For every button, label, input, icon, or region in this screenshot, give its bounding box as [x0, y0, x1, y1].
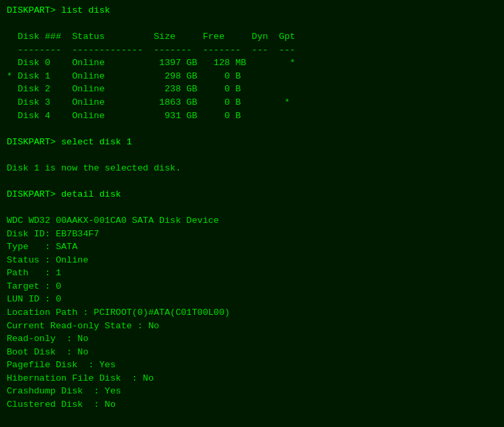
terminal-line: Disk 2 Online 238 GB 0 B	[7, 83, 497, 96]
terminal-line: Read-only : No	[7, 332, 497, 346]
terminal-line: Current Read-only State : No	[7, 320, 497, 333]
terminal-window[interactable]: DISKPART> list disk Disk ### Status Size…	[0, 0, 504, 427]
terminal-line	[7, 411, 497, 424]
terminal-line: Disk ID: EB7B34F7	[7, 228, 497, 241]
terminal-line: LUN ID : 0	[7, 293, 497, 306]
terminal-line: Disk 1 is now the selected disk.	[7, 162, 497, 175]
terminal-line: Status : Online	[7, 254, 497, 267]
terminal-line: Disk 4 Online 931 GB 0 B	[7, 109, 497, 123]
terminal-line: DISKPART> detail disk	[7, 188, 497, 201]
terminal-line: DISKPART> list disk	[7, 4, 497, 17]
terminal-output: DISKPART> list disk Disk ### Status Size…	[7, 4, 497, 427]
terminal-line: Disk 3 Online 1863 GB 0 B *	[7, 96, 497, 109]
terminal-line: Pagefile Disk : Yes	[7, 359, 497, 372]
terminal-line: Location Path : PCIROOT(0)#ATA(C01T00L00…	[7, 306, 497, 320]
terminal-line: DISKPART> select disk 1	[7, 136, 497, 149]
terminal-line	[7, 148, 497, 162]
terminal-line: * Disk 1 Online 298 GB 0 B	[7, 70, 497, 83]
terminal-line	[7, 201, 497, 214]
terminal-line: Path : 1	[7, 267, 497, 280]
terminal-line: Clustered Disk : No	[7, 398, 497, 412]
terminal-line: -------- ------------- ------- ------- -…	[7, 44, 497, 57]
terminal-line: Hibernation File Disk : No	[7, 372, 497, 385]
terminal-line: Crashdump Disk : Yes	[7, 385, 497, 398]
terminal-line: WDC WD32 00AAKX-001CA0 SATA Disk Device	[7, 214, 497, 228]
terminal-line: Boot Disk : No	[7, 346, 497, 359]
terminal-line: Target : 0	[7, 280, 497, 293]
terminal-line: Type : SATA	[7, 240, 497, 254]
terminal-line	[7, 175, 497, 188]
terminal-line: Disk ### Status Size Free Dyn Gpt	[7, 30, 497, 44]
terminal-line: Volume ### Ltr Label Fs Type Size Status…	[7, 424, 497, 427]
terminal-line	[7, 17, 497, 31]
terminal-line	[7, 122, 497, 136]
terminal-line: Disk 0 Online 1397 GB 128 MB *	[7, 56, 497, 70]
